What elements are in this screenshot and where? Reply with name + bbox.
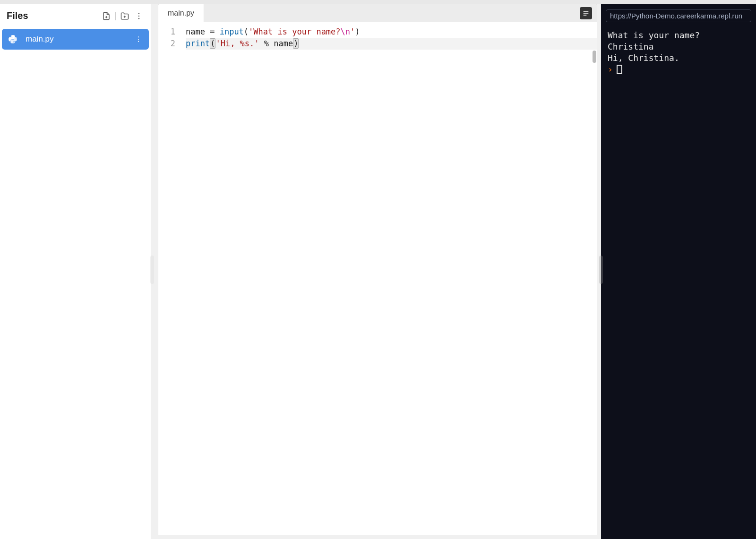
token-string: 'What is your name?	[249, 27, 340, 36]
sidebar-header: Files	[0, 4, 151, 28]
token-string: '	[350, 27, 355, 36]
console-prompt[interactable]: ›	[608, 64, 749, 75]
new-folder-icon[interactable]	[120, 11, 130, 21]
token-operator: %	[259, 39, 274, 48]
console-panel: https://Python-Demo.careerkarma.repl.run…	[601, 0, 756, 539]
token-string: 'Hi, %s.'	[215, 39, 259, 48]
sidebar-actions	[101, 11, 144, 21]
top-divider	[0, 0, 756, 4]
token-paren-highlighted: )	[293, 38, 299, 49]
console-url-field[interactable]: https://Python-Demo.careerkarma.repl.run	[606, 9, 751, 22]
line-number: 2	[158, 38, 175, 50]
console-line: Christina	[608, 41, 749, 52]
editor-scrollbar[interactable]	[593, 51, 596, 63]
console-line: Hi, Christina.	[608, 52, 749, 64]
editor-panel: main.py 1 2 name = input('What is your n…	[151, 0, 601, 539]
prompt-symbol: ›	[608, 64, 613, 75]
console-url-text: https://Python-Demo.careerkarma.repl.run	[610, 12, 742, 20]
editor-toolbar	[580, 7, 592, 19]
token-paren: (	[244, 27, 249, 36]
python-icon	[8, 34, 18, 44]
svg-point-7	[138, 36, 139, 37]
token-paren-highlighted: (	[210, 38, 215, 49]
action-divider	[115, 12, 116, 20]
sidebar-title: Files	[7, 10, 28, 21]
token-operator: =	[205, 27, 220, 36]
token-paren: )	[355, 27, 360, 36]
console-output[interactable]: What is your name? Christina Hi, Christi…	[601, 27, 756, 539]
editor-tab-bar: main.py	[158, 4, 597, 22]
token-escape: \n	[341, 27, 350, 36]
console-resize-handle[interactable]	[599, 256, 603, 284]
tab-label: main.py	[168, 9, 194, 17]
editor-container: main.py 1 2 name = input('What is your n…	[158, 4, 597, 535]
file-item-main-py[interactable]: main.py	[2, 29, 149, 50]
file-list: main.py	[0, 28, 151, 51]
token-variable: name	[186, 27, 205, 36]
files-sidebar: Files	[0, 0, 151, 539]
file-name-label: main.py	[26, 34, 134, 44]
svg-point-6	[138, 18, 139, 19]
code-editor[interactable]: 1 2 name = input('What is your name?\n')…	[158, 22, 597, 535]
cursor-icon	[617, 65, 622, 74]
code-line-2[interactable]: print('Hi, %s.' % name)	[186, 38, 597, 50]
token-builtin: print	[186, 39, 210, 48]
console-line: What is your name?	[608, 30, 749, 41]
file-item-menu-icon[interactable]	[134, 35, 143, 43]
svg-point-9	[138, 41, 139, 42]
sidebar-resize-handle[interactable]	[150, 256, 154, 284]
tab-main-py[interactable]: main.py	[158, 4, 204, 22]
more-options-icon[interactable]	[134, 11, 144, 21]
line-number-gutter: 1 2	[158, 22, 180, 535]
code-content[interactable]: name = input('What is your name?\n') pri…	[180, 22, 597, 535]
line-number: 1	[158, 26, 175, 38]
svg-point-8	[138, 39, 139, 40]
new-file-icon[interactable]	[101, 11, 112, 21]
code-line-1[interactable]: name = input('What is your name?\n')	[186, 26, 597, 38]
token-variable: name	[274, 39, 293, 48]
svg-point-5	[138, 15, 139, 16]
format-or-markdown-icon[interactable]	[580, 7, 592, 19]
token-builtin: input	[220, 27, 244, 36]
svg-point-4	[138, 13, 139, 14]
